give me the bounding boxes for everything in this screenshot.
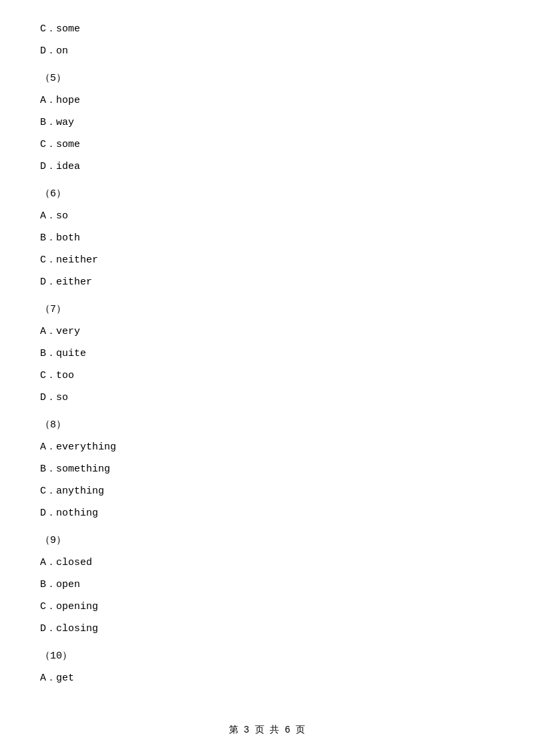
option-label: C．opening	[40, 601, 98, 612]
list-item: D．closing	[40, 620, 494, 638]
question-number-5: （5）	[40, 69, 494, 87]
option-label: D．nothing	[40, 508, 98, 519]
option-label: C．neither	[40, 254, 98, 266]
question-number-8: （8）	[40, 416, 494, 434]
list-item: D．so	[40, 389, 494, 407]
option-label: D．so	[40, 392, 68, 403]
option-label: C．anything	[40, 486, 104, 497]
option-label: A．hope	[40, 95, 80, 106]
list-item: A．closed	[40, 554, 494, 572]
option-label: B．quite	[40, 348, 86, 359]
list-item: B．something	[40, 460, 494, 478]
list-item: B．quite	[40, 345, 494, 363]
option-label: A．everything	[40, 441, 116, 453]
list-item: C．too	[40, 367, 494, 385]
option-label: D．idea	[40, 161, 80, 172]
option-label: C．some	[40, 139, 80, 150]
option-label: A．so	[40, 210, 68, 222]
list-item: A．very	[40, 323, 494, 341]
list-item: B．both	[40, 229, 494, 247]
list-item: C．opening	[40, 598, 494, 616]
list-item: C．neither	[40, 251, 494, 269]
list-item: D．either	[40, 273, 494, 291]
option-label: B．both	[40, 232, 80, 244]
list-item: B．way	[40, 114, 494, 132]
option-label: B．way	[40, 117, 74, 128]
page-footer: 第 3 页 共 6 页	[0, 724, 534, 736]
option-label: C．too	[40, 370, 74, 381]
option-label: A．very	[40, 326, 80, 337]
list-item: B．open	[40, 576, 494, 594]
list-item: A．hope	[40, 91, 494, 110]
option-label: C．some	[40, 23, 80, 35]
question-number-6: （6）	[40, 185, 494, 203]
option-label: D．closing	[40, 623, 98, 634]
option-label: B．something	[40, 463, 110, 475]
footer-text: 第 3 页 共 6 页	[229, 725, 306, 735]
list-item: C．anything	[40, 482, 494, 500]
question-number-7: （7）	[40, 301, 494, 319]
option-label: A．closed	[40, 557, 92, 568]
option-label: A．get	[40, 673, 74, 684]
question-number-9: （9）	[40, 532, 494, 550]
question-number-10: （10）	[40, 647, 494, 665]
page-content: C．some D．on （5） A．hope B．way C．some D．id…	[0, 0, 534, 731]
list-item: D．on	[40, 42, 494, 60]
list-item: D．nothing	[40, 504, 494, 522]
list-item: C．some	[40, 136, 494, 154]
list-item: D．idea	[40, 158, 494, 176]
list-item: A．everything	[40, 438, 494, 456]
list-item: A．get	[40, 669, 494, 687]
option-label: D．on	[40, 45, 68, 57]
list-item: A．so	[40, 207, 494, 225]
list-item: C．some	[40, 20, 494, 38]
option-label: B．open	[40, 579, 80, 590]
option-label: D．either	[40, 276, 92, 288]
